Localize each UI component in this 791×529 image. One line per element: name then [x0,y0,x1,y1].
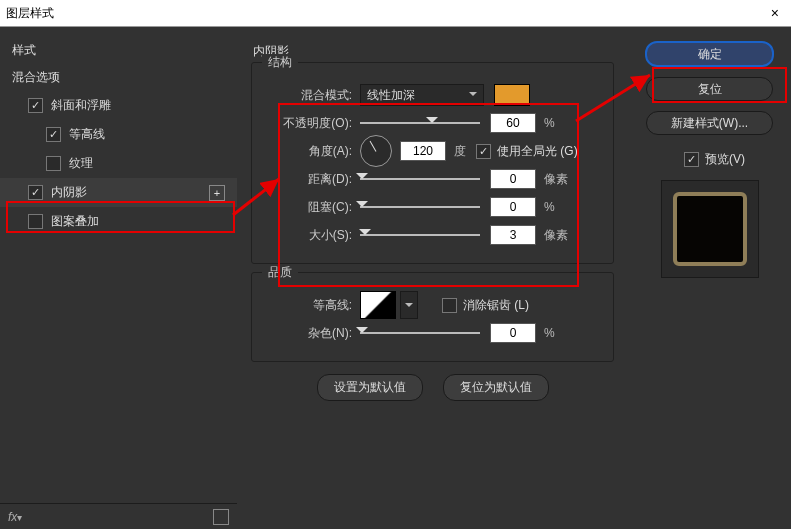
structure-legend: 结构 [262,54,298,71]
anti-alias-checkbox[interactable] [442,298,457,313]
contour-label: 等高线: [262,297,360,314]
checkbox-icon[interactable] [28,185,43,200]
preview-thumbnail [661,180,759,278]
blend-mode-value: 线性加深 [367,87,415,104]
new-style-button[interactable]: 新建样式(W)... [646,111,773,135]
close-icon[interactable]: × [765,3,785,23]
blending-options[interactable]: 混合选项 [0,64,237,91]
annotation-highlight [652,67,787,103]
styles-header[interactable]: 样式 [0,37,237,64]
effect-label: 内阴影 [51,184,87,201]
effect-label: 斜面和浮雕 [51,97,111,114]
noise-input[interactable]: 0 [490,323,536,343]
noise-label: 杂色(N): [262,325,360,342]
anti-alias-label: 消除锯齿 (L) [463,297,529,314]
trash-icon[interactable] [213,509,229,525]
blend-mode-label: 混合模式: [262,87,360,104]
effect-label: 等高线 [69,126,105,143]
noise-slider[interactable] [360,323,480,343]
preview-swatch [673,192,747,266]
chevron-down-icon[interactable] [400,291,418,319]
reset-default-button[interactable]: 复位为默认值 [443,374,549,401]
contour-picker[interactable] [360,291,396,319]
noise-unit: % [544,326,555,340]
ok-button[interactable]: 确定 [645,41,774,67]
checkbox-icon[interactable] [28,98,43,113]
checkbox-icon[interactable] [46,127,61,142]
preview-checkbox[interactable] [684,152,699,167]
effect-item-contour[interactable]: 等高线 [0,120,237,149]
preview-label: 预览(V) [705,151,745,168]
annotation-highlight [278,103,579,287]
window-titlebar: 图层样式 × [0,0,791,27]
plus-icon[interactable]: + [209,185,225,201]
effect-label: 纹理 [69,155,93,172]
fx-icon[interactable]: fx [8,510,17,524]
annotation-highlight [6,201,235,233]
effect-item-texture[interactable]: 纹理 [0,149,237,178]
left-footer: fx▾ [0,503,237,529]
window-title: 图层样式 [6,5,54,22]
left-panel: 样式 混合选项 斜面和浮雕 等高线 纹理 内阴影 + [0,27,237,529]
make-default-button[interactable]: 设置为默认值 [317,374,423,401]
panel-title: 内阴影 [253,43,620,60]
checkbox-icon[interactable] [46,156,61,171]
effect-item-bevel[interactable]: 斜面和浮雕 [0,91,237,120]
